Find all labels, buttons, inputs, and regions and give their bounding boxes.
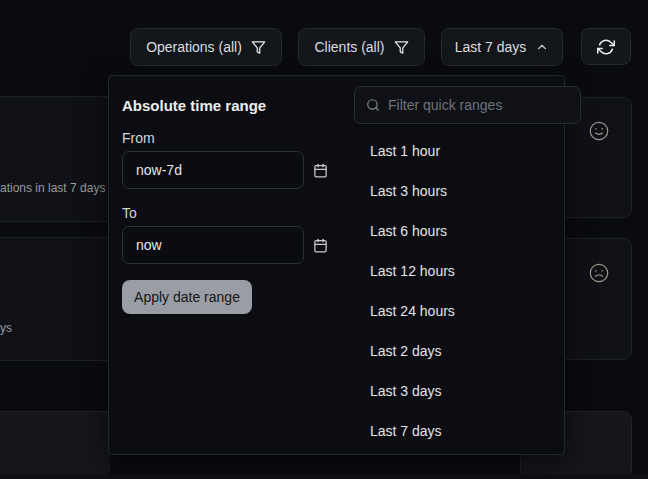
apply-date-range-button[interactable]: Apply date range bbox=[122, 280, 252, 314]
quick-ranges-section: Last 1 hour Last 3 hours Last 6 hours La… bbox=[341, 76, 590, 454]
clients-filter-button[interactable]: Clients (all) bbox=[298, 28, 425, 66]
frown-face-icon bbox=[588, 262, 610, 288]
quick-range-option-label: Last 1 hour bbox=[370, 143, 440, 159]
quick-range-option-label: Last 7 days bbox=[370, 423, 442, 439]
quick-range-option-label: Last 6 hours bbox=[370, 223, 447, 239]
smiley-face-icon bbox=[588, 120, 610, 146]
quick-range-option[interactable]: Last 24 hours bbox=[341, 291, 590, 331]
quick-range-option-label: Last 3 days bbox=[370, 383, 442, 399]
quick-range-filter-input[interactable] bbox=[388, 97, 569, 113]
search-icon bbox=[366, 98, 380, 112]
dashboard-page: { "toolbar": { "operations_filter_label"… bbox=[0, 0, 648, 479]
calendar-icon bbox=[313, 238, 328, 253]
quick-range-search[interactable] bbox=[354, 86, 581, 124]
to-input[interactable] bbox=[122, 226, 304, 264]
refresh-button[interactable] bbox=[581, 28, 631, 65]
filter-funnel-icon bbox=[394, 40, 409, 55]
quick-range-option-label: Last 3 hours bbox=[370, 183, 447, 199]
quick-range-option[interactable]: Last 1 hour bbox=[341, 131, 590, 171]
quick-range-option-label: Last 2 days bbox=[370, 343, 442, 359]
operations-filter-button[interactable]: Operations (all) bbox=[130, 28, 282, 66]
from-input[interactable] bbox=[122, 151, 304, 189]
to-calendar-button[interactable] bbox=[313, 238, 328, 253]
panel-title: Absolute time range bbox=[122, 96, 328, 115]
quick-ranges-list: Last 1 hour Last 3 hours Last 6 hours La… bbox=[341, 131, 590, 451]
quick-range-option[interactable]: Last 3 hours bbox=[341, 171, 590, 211]
time-range-picker-button[interactable]: Last 7 days bbox=[441, 28, 563, 66]
stat-card-errors: ys bbox=[0, 237, 110, 361]
from-calendar-button[interactable] bbox=[313, 163, 328, 178]
stat-card-caption: ys bbox=[0, 321, 12, 335]
quick-range-option[interactable]: Last 12 hours bbox=[341, 251, 590, 291]
quick-range-option[interactable]: Last 3 days bbox=[341, 371, 590, 411]
refresh-icon bbox=[597, 38, 615, 56]
time-range-picker-panel: Absolute time range From To bbox=[108, 75, 565, 455]
absolute-time-range-section: Absolute time range From To bbox=[109, 76, 341, 454]
to-label: To bbox=[122, 204, 328, 222]
bottom-card-edge bbox=[0, 474, 648, 479]
quick-range-option[interactable]: Last 7 days bbox=[341, 411, 590, 451]
calendar-icon bbox=[313, 163, 328, 178]
filter-funnel-icon bbox=[251, 40, 266, 55]
quick-range-option[interactable]: Last 6 hours bbox=[341, 211, 590, 251]
time-range-label: Last 7 days bbox=[455, 39, 527, 55]
quick-range-option-label: Last 12 hours bbox=[370, 263, 455, 279]
from-label: From bbox=[122, 129, 328, 147]
stat-card-operations: ations in last 7 days bbox=[0, 96, 110, 222]
stat-card-partial bbox=[0, 411, 110, 479]
chevron-up-icon bbox=[535, 40, 549, 54]
operations-filter-label: Operations (all) bbox=[146, 39, 242, 55]
quick-range-option[interactable]: Last 2 days bbox=[341, 331, 590, 371]
clients-filter-label: Clients (all) bbox=[314, 39, 384, 55]
quick-range-option-label: Last 24 hours bbox=[370, 303, 455, 319]
stat-card-caption: ations in last 7 days bbox=[0, 181, 105, 195]
